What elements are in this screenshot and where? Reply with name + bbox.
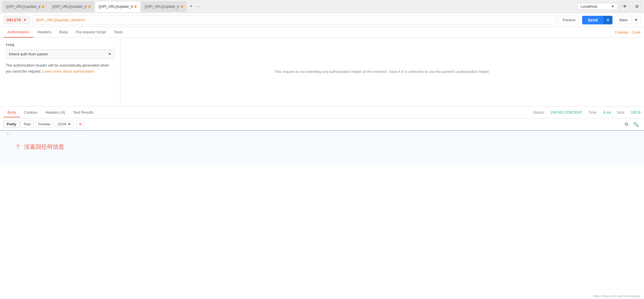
pretty-button[interactable]: Pretty: [3, 121, 19, 128]
auth-left-panel: TYPE Inherit auth from parent No Auth AP…: [0, 38, 120, 106]
auth-tab-right-links: Cookies Code: [615, 30, 641, 34]
copy-icon: ⧉: [625, 122, 628, 127]
add-tab-button[interactable]: +: [189, 2, 194, 11]
tab-tests[interactable]: Tests: [110, 27, 126, 38]
tab-headers-label: Headers: [37, 30, 51, 34]
resp-tab-headers-label: Headers (4): [46, 110, 65, 114]
response-status-bar: Status: 204 NO CONTENT Time: 8 ms Size: …: [533, 110, 641, 114]
search-button[interactable]: 🔍: [631, 121, 641, 128]
auth-right-message: This request is not inheriting any autho…: [274, 69, 490, 75]
code-area: 1 ？ 没返回任何信息: [0, 130, 644, 165]
copy-button[interactable]: ⧉: [623, 121, 630, 128]
resp-tab-body-label: Body: [7, 110, 16, 114]
auth-content: TYPE Inherit auth from parent No Auth AP…: [0, 38, 644, 106]
tab-tests-label: Tests: [114, 30, 122, 34]
no-content-message: ？ 没返回任何信息: [11, 138, 68, 155]
cookies-link[interactable]: Cookies: [615, 30, 628, 34]
line-content-1: [11, 131, 644, 133]
send-button[interactable]: Send: [582, 16, 603, 24]
code-line-1: 1: [0, 131, 644, 138]
format-chevron-icon: ▼: [68, 122, 71, 126]
resp-tab-testresults-label: Test Results: [73, 110, 93, 114]
tab-3[interactable]: {{API_URL}}/update_d: [95, 1, 140, 12]
size-value: 153 B: [631, 110, 641, 114]
params-button[interactable]: Params: [558, 16, 580, 24]
tab-3-label: {{API_URL}}/update_d: [99, 5, 133, 9]
code-link[interactable]: Code: [632, 30, 641, 34]
tab-authorization-label: Authorization: [7, 30, 29, 34]
tab-4-label: {{API_URL}}/update_d: [145, 5, 179, 9]
response-tab-bar: Body Cookies Headers (4) Test Results St…: [0, 106, 644, 119]
save-button-group: Save ▼: [615, 16, 641, 24]
tab-1-label: {{API_URL}}/update_d: [6, 5, 40, 9]
eye-button[interactable]: 👁: [620, 2, 630, 11]
more-tabs-button[interactable]: ···: [195, 2, 202, 11]
tab-body[interactable]: Body: [55, 27, 72, 38]
raw-button[interactable]: Raw: [21, 121, 34, 128]
auth-description: The authorization header will be automat…: [6, 63, 114, 75]
time-value: 8 ms: [603, 110, 611, 114]
tab-3-dot: [134, 5, 137, 8]
resp-tab-cookies-label: Cookies: [24, 110, 38, 114]
request-bar: DELETE ▼ Params Send ▼ Save ▼: [0, 13, 644, 27]
tab-authorization[interactable]: Authorization: [3, 27, 33, 38]
tab-body-label: Body: [59, 30, 68, 34]
tab-4-dot: [181, 5, 183, 8]
resp-tab-body[interactable]: Body: [3, 108, 20, 117]
line-number-1: 1: [0, 131, 11, 137]
gear-icon: ⚙: [635, 4, 639, 9]
send-dropdown-button[interactable]: ▼: [603, 16, 612, 24]
auth-tab-bar: Authorization Headers Body Pre-request S…: [0, 27, 644, 38]
status-label: Status:: [533, 110, 545, 114]
format-label: JSON: [57, 122, 66, 126]
url-input[interactable]: [32, 15, 556, 24]
tab-prerequest[interactable]: Pre-request Script: [72, 27, 110, 38]
tab-2[interactable]: {{API_URL}}/update_d: [48, 1, 94, 12]
code-line-2: ？ 没返回任何信息: [0, 138, 644, 155]
learn-more-text: Learn more about authorization: [43, 69, 95, 73]
wrap-button[interactable]: ≡: [76, 120, 84, 128]
format-dropdown[interactable]: JSON ▼: [55, 121, 74, 128]
tab-headers[interactable]: Headers: [33, 27, 55, 38]
line-number-empty: [0, 138, 11, 141]
tab-1-dot: [42, 5, 44, 8]
tab-actions: + ···: [189, 2, 202, 11]
response-body-toolbar: Pretty Raw Preview JSON ▼ ≡ ⧉ 🔍: [0, 119, 644, 130]
eye-icon: 👁: [623, 4, 627, 9]
chevron-down-icon: ▼: [23, 18, 27, 22]
save-button[interactable]: Save: [615, 16, 632, 24]
tab-1[interactable]: {{API_URL}}/update_d: [2, 1, 48, 12]
tab-prerequest-label: Pre-request Script: [76, 30, 106, 34]
resp-tab-testresults[interactable]: Test Results: [69, 108, 97, 117]
resp-tab-headers[interactable]: Headers (4): [42, 108, 69, 117]
resp-tab-cookies[interactable]: Cookies: [20, 108, 42, 117]
search-icon: 🔍: [633, 122, 639, 127]
method-label: DELETE: [7, 18, 21, 22]
env-selector: LocalHost ▼ 👁 ⚙: [578, 2, 642, 11]
tab-bar: {{API_URL}}/update_d {{API_URL}}/update_…: [0, 0, 644, 13]
tab-4[interactable]: {{API_URL}}/update_d: [141, 1, 186, 12]
send-button-group: Send ▼: [582, 16, 612, 24]
toolbar-right-icons: ⧉ 🔍: [623, 121, 641, 128]
type-select[interactable]: Inherit auth from parent No Auth API Key…: [6, 50, 114, 59]
status-value: 204 NO CONTENT: [551, 110, 582, 114]
chevron-down-icon: ▼: [611, 4, 614, 9]
env-selected: LocalHost: [581, 4, 597, 9]
env-dropdown[interactable]: LocalHost ▼: [578, 3, 618, 10]
settings-button[interactable]: ⚙: [632, 2, 642, 11]
size-label: Size:: [617, 110, 625, 114]
preview-button[interactable]: Preview: [35, 121, 54, 128]
tab-2-label: {{API_URL}}/update_d: [52, 5, 86, 9]
learn-more-link[interactable]: Learn more about authorization: [43, 69, 95, 73]
wrap-icon: ≡: [79, 122, 82, 127]
time-label: Time:: [588, 110, 597, 114]
type-label: TYPE: [6, 43, 114, 47]
method-dropdown[interactable]: DELETE ▼: [3, 16, 30, 24]
auth-right-panel: This request is not inheriting any autho…: [120, 38, 644, 106]
save-dropdown-button[interactable]: ▼: [632, 16, 640, 24]
tab-2-dot: [88, 5, 91, 8]
